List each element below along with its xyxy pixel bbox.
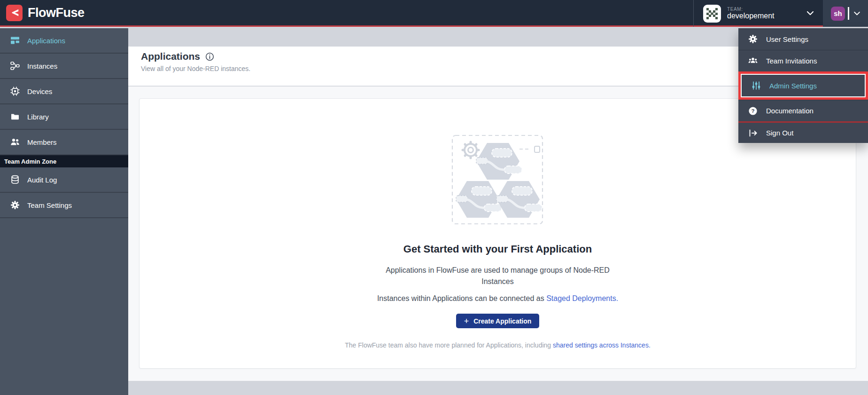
- menu-item-user-settings[interactable]: User Settings: [738, 28, 868, 50]
- sidebar-nav: Applications Instances: [0, 28, 128, 395]
- user-dropdown-menu: User Settings Team Invitations: [738, 28, 868, 143]
- sliders-icon: [752, 81, 761, 90]
- menu-item-label: User Settings: [766, 35, 808, 43]
- brand[interactable]: FlowFuse: [0, 5, 85, 21]
- sidebar-item-devices[interactable]: Devices: [0, 79, 128, 104]
- empty-state-description-2: Instances within Applications can be con…: [377, 294, 618, 303]
- create-application-label: Create Application: [473, 317, 531, 325]
- empty-state-title: Get Started with your First Application: [403, 243, 592, 255]
- sidebar-item-members[interactable]: Members: [0, 130, 128, 155]
- menu-item-label: Team Invitations: [766, 57, 817, 65]
- info-icon[interactable]: [205, 52, 214, 61]
- gear-icon: [10, 200, 20, 210]
- device-chip-icon: [10, 87, 20, 96]
- sidebar-item-team-settings[interactable]: Team Settings: [0, 193, 128, 218]
- flowfuse-logo-icon: [6, 5, 23, 21]
- question-circle-icon: ?: [748, 106, 758, 116]
- user-group-icon: [748, 56, 758, 66]
- team-admin-zone-label: Team Admin Zone: [0, 155, 128, 167]
- empty-state-description: Applications in FlowFuse are used to man…: [373, 265, 622, 287]
- menu-item-admin-settings[interactable]: Admin Settings: [742, 75, 865, 96]
- staged-deployments-link[interactable]: Staged Deployments: [546, 294, 616, 302]
- sidebar-item-label: Audit Log: [27, 176, 57, 184]
- shared-settings-link[interactable]: shared settings across Instances: [553, 341, 649, 349]
- menu-item-documentation[interactable]: ? Documentation: [738, 100, 868, 121]
- description-text: .: [616, 294, 618, 302]
- gear-icon: [748, 34, 758, 44]
- plus-icon: +: [464, 317, 469, 325]
- applications-icon: [10, 36, 20, 45]
- menu-item-team-invitations[interactable]: Team Invitations: [738, 50, 868, 71]
- empty-state-footer: The FlowFuse team also have more planned…: [345, 341, 651, 349]
- team-label: TEAM:: [727, 7, 775, 12]
- menu-item-label: Admin Settings: [769, 82, 817, 90]
- brand-name: FlowFuse: [28, 6, 85, 20]
- sidebar-item-label: Instances: [27, 62, 57, 70]
- team-selector[interactable]: TEAM: developement: [693, 0, 823, 27]
- chevron-down-icon: [854, 12, 860, 16]
- logout-icon: [748, 128, 758, 138]
- menu-item-label: Sign Out: [766, 129, 793, 137]
- sidebar-item-label: Devices: [27, 87, 52, 95]
- admin-settings-annotation-box: Admin Settings: [738, 71, 868, 100]
- users-icon: [10, 137, 20, 147]
- instances-icon: [10, 61, 20, 71]
- chevron-down-icon: [807, 11, 814, 16]
- create-application-button[interactable]: + Create Application: [456, 314, 540, 328]
- sidebar-item-label: Library: [27, 113, 49, 121]
- page-title: Applications: [141, 51, 200, 62]
- team-identicon: [703, 5, 721, 23]
- footer-text: .: [649, 341, 651, 349]
- sidebar-item-label: Applications: [27, 37, 65, 45]
- team-name: developement: [727, 12, 775, 20]
- folder-icon: [10, 112, 20, 121]
- description-text: Instances within Applications can be con…: [377, 294, 546, 302]
- applications-empty-illustration: [451, 133, 545, 226]
- footer-text: The FlowFuse team also have more planned…: [345, 341, 553, 349]
- flowfuse-app: FlowFuse TEAM: developement: [0, 0, 868, 395]
- menu-item-sign-out[interactable]: Sign Out: [738, 121, 868, 143]
- sidebar-item-label: Members: [27, 138, 57, 146]
- menu-item-label: Documentation: [766, 107, 814, 115]
- svg-text:?: ?: [751, 108, 754, 114]
- sidebar-item-applications[interactable]: Applications: [0, 28, 128, 54]
- text-cursor: [848, 7, 849, 20]
- sidebar-item-library[interactable]: Library: [0, 104, 128, 130]
- user-menu-button[interactable]: sh: [823, 0, 868, 27]
- sidebar-item-instances[interactable]: Instances: [0, 54, 128, 79]
- database-icon: [10, 175, 20, 184]
- sidebar-item-audit-log[interactable]: Audit Log: [0, 167, 128, 193]
- top-navbar: FlowFuse TEAM: developement: [0, 0, 868, 27]
- user-avatar: sh: [831, 7, 845, 21]
- sidebar-item-label: Team Settings: [27, 201, 72, 209]
